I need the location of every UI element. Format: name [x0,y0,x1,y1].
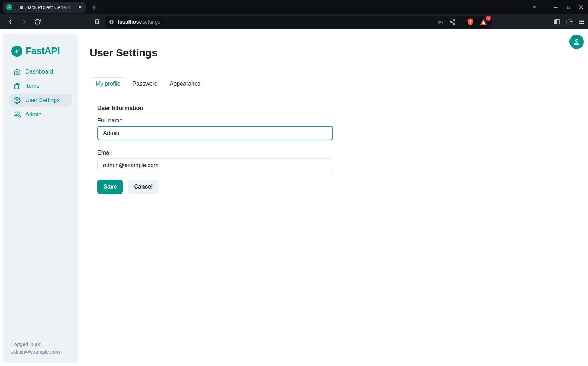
site-info-icon[interactable] [108,19,115,25]
email-label: Email [97,150,582,156]
url-path: /settings [141,19,161,25]
main-content: User Settings My profile Password Appear… [90,29,582,366]
wallet-icon[interactable] [566,18,573,25]
sidebar-item-label: Admin [25,111,41,118]
browser-toolbar: localhost/settings 1 [0,14,588,29]
forward-button[interactable] [19,17,29,26]
sidebar-nav: Dashboard Items User Settings Admin [3,65,78,121]
sidebar-item-user-settings[interactable]: User Settings [9,94,72,107]
window-maximize-button[interactable] [566,5,571,10]
url-text: localhost/settings [118,19,160,25]
home-icon [14,68,21,75]
sidebar: FastAPI Dashboard Items User Settings [3,34,78,363]
tab-my-profile[interactable]: My profile [90,77,126,90]
cancel-button[interactable]: Cancel [128,180,158,194]
window-minimize-button[interactable] [553,5,558,10]
settings-tabs: My profile Password Appearance [90,77,582,90]
sidebar-item-admin[interactable]: Admin [9,108,72,121]
password-key-icon[interactable] [437,19,444,25]
gear-icon [14,97,21,104]
back-button[interactable] [6,17,15,26]
tab-search-chevron-icon[interactable] [532,0,537,14]
section-title: User Information [97,105,582,111]
briefcase-icon [14,82,21,90]
toolbar-right-actions [554,18,588,25]
omnibox-actions: 1 [437,18,488,26]
sidebar-item-label: Dashboard [25,69,53,75]
rewards-badge: 1 [486,16,491,21]
bookmark-icon[interactable] [94,19,100,25]
tab-password[interactable]: Password [126,77,163,90]
tab-title: Full Stack Project Genera [15,5,75,10]
fastapi-logo: FastAPI [3,46,78,57]
full-name-label: Full name [97,117,582,124]
brave-shield-icon[interactable] [467,18,474,26]
logged-in-footer: Logged in as: admin@example.com [11,341,74,355]
reload-button[interactable] [33,17,42,26]
email-input[interactable] [97,158,333,172]
logged-in-email: admin@example.com [11,348,74,355]
app-page: FastAPI Dashboard Items User Settings [0,29,588,366]
sidebar-item-label: User Settings [25,97,60,104]
page-title: User Settings [90,47,582,59]
browser-tab[interactable]: Full Stack Project Genera [3,2,86,13]
sidebar-item-label: Items [25,83,39,89]
sidebar-item-dashboard[interactable]: Dashboard [9,65,72,78]
new-tab-button[interactable] [91,4,97,10]
tab-appearance[interactable]: Appearance [164,77,207,90]
form-actions: Save Cancel [97,180,582,194]
profile-panel: User Information Full name Email Save Ca… [90,90,582,194]
save-button[interactable]: Save [97,180,123,194]
full-name-input[interactable] [97,126,333,140]
url-host: localhost [118,19,141,25]
browser-tab-strip: Full Stack Project Genera [0,0,588,14]
menu-hamburger-icon[interactable] [578,18,585,25]
window-close-button[interactable] [579,5,584,10]
omnibox-separator [461,18,461,25]
fastapi-favicon-icon [6,4,12,10]
fastapi-logo-text: FastAPI [26,46,60,57]
sidebar-item-items[interactable]: Items [9,80,72,92]
fastapi-logo-icon [11,46,22,57]
logged-in-label: Logged in as: [11,341,74,348]
users-icon [14,111,21,118]
tab-close-icon[interactable] [77,5,82,10]
sidebar-panel-icon[interactable] [554,18,561,25]
address-bar[interactable]: localhost/settings 1 [105,16,492,28]
brave-rewards-icon[interactable]: 1 [480,18,488,26]
window-controls [553,0,584,14]
share-icon[interactable] [450,19,456,25]
